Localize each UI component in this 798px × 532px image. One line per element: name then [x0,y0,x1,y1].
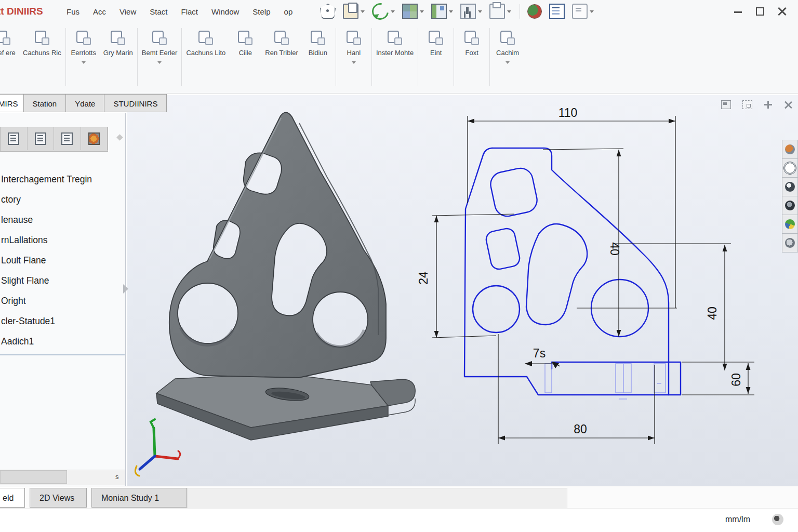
ribbon-button-cachim[interactable]: Cachim [491,28,524,66]
panel-scrollbar[interactable] [0,470,125,485]
ribbon-button-inster-mohte[interactable]: Inster Mohte [373,28,417,59]
orientation-icon[interactable] [460,4,476,19]
menu-item-stact[interactable]: Stact [143,7,174,16]
tab-2d-views[interactable]: 2D Views [30,488,87,508]
custom-properties-icon [785,238,795,248]
viewport-frame-icon[interactable] [721,100,731,109]
tab-model-eld[interactable]: eld [0,488,25,508]
configuration-tab-button[interactable] [54,127,81,150]
view-grid-icon[interactable] [402,4,418,19]
ribbon-button-label: Cachuns Lito [186,49,225,57]
tab-ydate[interactable]: Ydate [66,94,104,112]
menu-item-view[interactable]: View [113,7,143,16]
tree-item-front-plane[interactable]: Loult Flane [0,250,125,271]
ribbon-button-ttnef-ere[interactable]: ttnef ere [0,28,20,59]
menu-item-fus[interactable]: Fus [60,7,86,16]
chevron-down-icon[interactable] [361,10,365,13]
ribbon-button-ciile[interactable]: Ciile [229,28,262,59]
open-icon[interactable] [343,4,358,19]
print-icon[interactable] [489,4,505,19]
chevron-down-icon[interactable] [449,10,453,13]
library-icon [783,162,796,175]
ribbon-button-label: Bemt Eerler [142,49,178,57]
close-view-icon[interactable] [784,101,793,109]
tree-item-history[interactable]: ctory [0,190,125,210]
task-pane-resources-button[interactable] [782,140,798,159]
task-pane-appearances-button[interactable] [782,215,798,234]
viewport-split-icon[interactable] [742,100,752,109]
chevron-down-icon[interactable] [157,61,162,64]
ribbon-button-gry-marin[interactable]: Gry Marin [100,28,136,59]
chevron-down-icon[interactable] [590,10,594,13]
chevron-down-icon[interactable] [420,10,424,13]
chevron-down-icon[interactable] [507,10,511,13]
tree-item-annotations[interactable]: rnLallations [0,230,125,250]
panel-expand-icon[interactable] [116,134,123,141]
resources-icon [785,144,795,154]
add-view-icon[interactable] [764,101,773,109]
document-icon[interactable] [572,4,588,19]
minimize-icon[interactable] [734,7,743,16]
menu-item-op[interactable]: op [277,7,300,16]
tool-icon [0,30,11,46]
tab-mirs[interactable]: MIRS [0,94,24,112]
dim-bar-height: 60 [729,373,743,387]
tree-item-right-plane[interactable]: Slight Flane [0,271,125,291]
panel-divider [0,354,125,355]
tab-station[interactable]: Station [24,94,66,112]
dim-right-height: 40 [706,307,719,320]
feature-tree-tab-button[interactable] [1,127,28,150]
tree-item-sensors[interactable]: lenause [0,210,125,230]
task-pane-view-palette-button[interactable] [782,196,798,215]
close-icon[interactable] [777,7,787,16]
maximize-icon[interactable] [755,7,765,16]
appearances-icon [785,219,795,229]
tab-motion-study[interactable]: Monian Study 1 [91,488,187,508]
chevron-down-icon[interactable] [478,10,482,13]
ribbon-button-eerrlotts[interactable]: Eerrlotts [67,28,100,66]
ribbon-button-bemt-eerler[interactable]: Bemt Eerler [139,28,181,66]
app-window: { "colors":{"sketch_blue":"#1b24d8","hid… [0,0,798,532]
layout-icon[interactable] [431,4,447,19]
undo-icon[interactable] [369,0,392,23]
ribbon-button-foxt[interactable]: Foxt [455,28,488,59]
ribbon-button-cachuns-lito[interactable]: Cachuns Lito [183,28,229,59]
chevron-down-icon[interactable] [82,61,86,64]
model-canvas[interactable]: 110 24 40 40 60 80 7s [127,95,798,486]
graphics-viewport[interactable]: 110 24 40 40 60 80 7s [127,95,798,486]
task-pane-library-button[interactable] [782,158,798,178]
property-manager-tab-button[interactable] [28,127,55,150]
chevron-down-icon[interactable] [352,61,356,64]
ribbon-button-eint[interactable]: Eint [419,28,453,59]
ribbon-button-hanl[interactable]: Hanl [337,28,370,66]
window-controls [734,7,798,16]
ribbon-button-ren-tribler[interactable]: Ren Tribler [262,28,301,59]
scrollbar-thumb[interactable] [0,470,67,484]
appearance-icon[interactable] [527,4,542,19]
ribbon-separator [371,28,372,86]
badge-icon[interactable] [320,4,336,19]
menu-item-flact[interactable]: Flact [174,7,205,16]
menu-item-acc[interactable]: Acc [86,7,113,16]
tree-item-origin[interactable]: Oright [0,291,125,311]
ribbon-button-label: Eint [430,49,442,57]
units-indicator[interactable]: mm/lm [725,515,750,524]
tree-item-sketch1[interactable]: Aadich1 [0,331,125,352]
menu-item-window[interactable]: Window [205,7,246,16]
chevron-down-icon[interactable] [506,61,510,64]
scene-icon[interactable] [549,4,565,19]
task-pane-strip [782,140,798,252]
chevron-down-icon[interactable] [391,10,395,13]
tree-item-boss-extrude[interactable]: cler-Statude1 [0,311,125,331]
viewport-corner-controls [721,100,793,109]
ribbon-button-bidiun[interactable]: Bidiun [301,28,335,59]
ribbon-button-cachuns-ric[interactable]: Cachuns Ric [20,28,64,59]
feature-tree-icon [8,132,19,145]
task-pane-explorer-button[interactable] [782,177,798,196]
menu-item-stelp[interactable]: Stelp [246,7,277,16]
tree-item-root[interactable]: Interchagement Tregin [0,169,125,190]
task-pane-custom-button[interactable] [782,233,798,252]
tab-studiinirs[interactable]: STUDIINIRS [104,94,167,112]
panel-flyout-arrow-icon[interactable] [123,284,128,294]
appearance-tab-button[interactable] [81,127,108,150]
